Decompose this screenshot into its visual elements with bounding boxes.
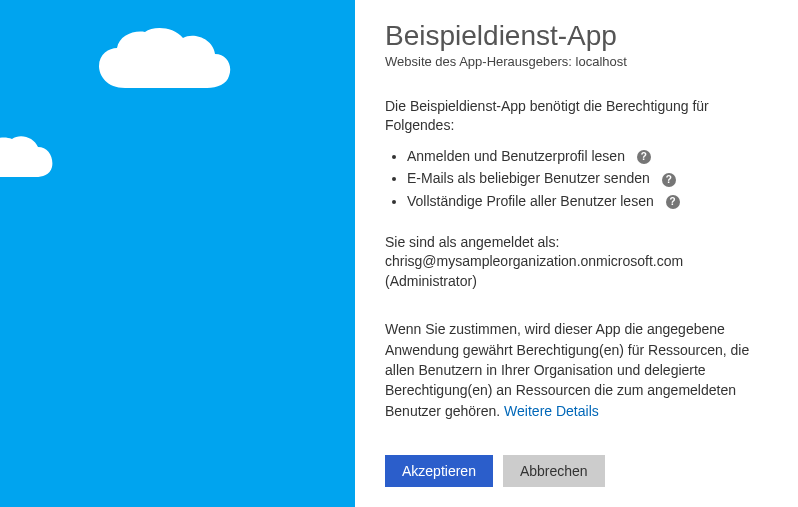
- cancel-button[interactable]: Abbrechen: [503, 455, 605, 487]
- signed-in-role: (Administrator): [385, 272, 768, 292]
- more-details-link[interactable]: Weitere Details: [504, 403, 599, 419]
- publisher-line: Website des App-Herausgebers: localhost: [385, 54, 768, 69]
- publisher-prefix: Website des App-Herausgebers:: [385, 54, 576, 69]
- consent-panel: Beispieldienst-App Website des App-Herau…: [355, 0, 798, 507]
- app-title: Beispieldienst-App: [385, 20, 768, 52]
- permission-item: E-Mails als beliebiger Benutzer senden ?: [407, 169, 768, 189]
- signed-in-block: Sie sind als angemeldet als: chrisg@mysa…: [385, 233, 768, 292]
- signed-in-label: Sie sind als angemeldet als:: [385, 233, 768, 253]
- illustration-panel: [0, 0, 355, 507]
- permission-text: Vollständige Profile aller Benutzer lese…: [407, 193, 654, 209]
- permissions-intro: Die Beispieldienst-App benötigt die Bere…: [385, 97, 768, 135]
- cloud-icon: [0, 135, 57, 185]
- signed-in-email: chrisg@mysampleorganization.onmicrosoft.…: [385, 252, 768, 272]
- consent-description: Wenn Sie zustimmen, wird dieser App die …: [385, 319, 768, 420]
- button-row: Akzeptieren Abbrechen: [385, 455, 768, 487]
- help-icon[interactable]: ?: [666, 195, 680, 209]
- permission-item: Anmelden und Benutzerprofil lesen ?: [407, 147, 768, 167]
- help-icon[interactable]: ?: [637, 150, 651, 164]
- accept-button[interactable]: Akzeptieren: [385, 455, 493, 487]
- help-icon[interactable]: ?: [662, 173, 676, 187]
- permission-item: Vollständige Profile aller Benutzer lese…: [407, 192, 768, 212]
- permission-text: Anmelden und Benutzerprofil lesen: [407, 148, 625, 164]
- permission-text: E-Mails als beliebiger Benutzer senden: [407, 170, 650, 186]
- publisher-host: localhost: [576, 54, 627, 69]
- permissions-list: Anmelden und Benutzerprofil lesen ? E-Ma…: [407, 147, 768, 215]
- cloud-icon: [95, 28, 235, 103]
